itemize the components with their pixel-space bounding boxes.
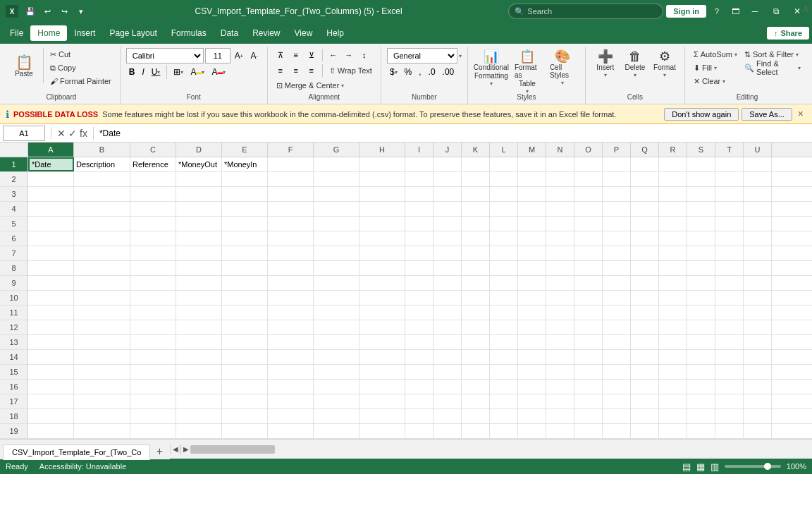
cell-s16[interactable] xyxy=(687,380,715,394)
cell-u13[interactable] xyxy=(744,335,772,349)
row-number[interactable]: 14 xyxy=(0,350,28,364)
autosum-dropdown-icon[interactable]: ▾ xyxy=(734,52,737,58)
cell-l8[interactable] xyxy=(490,261,518,275)
cell-o1[interactable] xyxy=(574,157,603,171)
cell-o10[interactable] xyxy=(574,291,603,305)
cell-o2[interactable] xyxy=(574,172,603,186)
cell-j13[interactable] xyxy=(433,335,462,349)
insert-function-icon[interactable]: fx xyxy=(80,128,87,139)
cell-t13[interactable] xyxy=(715,335,744,349)
cell-p19[interactable] xyxy=(603,424,631,438)
cell-p5[interactable] xyxy=(603,217,631,231)
cell-t7[interactable] xyxy=(715,246,744,260)
cell-m14[interactable] xyxy=(518,350,546,364)
dont-show-btn[interactable]: Don't show again xyxy=(664,108,739,121)
cell-p3[interactable] xyxy=(603,187,631,201)
cell-m7[interactable] xyxy=(518,246,546,260)
cell-c14[interactable] xyxy=(130,350,176,364)
cell-g6[interactable] xyxy=(314,231,359,246)
cell-styles-btn[interactable]: 🎨 Cell Styles ▾ xyxy=(546,48,579,85)
cell-a17[interactable] xyxy=(28,394,74,409)
undo-quick-btn[interactable]: ↩ xyxy=(39,4,55,19)
cell-b15[interactable] xyxy=(74,365,130,379)
cell-q16[interactable] xyxy=(631,380,659,394)
cell-l3[interactable] xyxy=(490,187,518,201)
cell-f12[interactable] xyxy=(268,320,314,334)
autosum-btn[interactable]: Σ AutoSum ▾ xyxy=(691,48,740,61)
cell-r7[interactable] xyxy=(659,246,687,260)
percent-btn[interactable]: % xyxy=(402,65,415,79)
cell-t9[interactable] xyxy=(715,276,744,290)
cell-r18[interactable] xyxy=(659,409,687,423)
cell-n16[interactable] xyxy=(546,380,574,394)
cell-m19[interactable] xyxy=(518,424,546,438)
cell-i10[interactable] xyxy=(405,291,433,305)
cell-t2[interactable] xyxy=(715,172,744,186)
cell-f14[interactable] xyxy=(268,350,314,364)
menu-data[interactable]: Data xyxy=(214,25,245,41)
cell-g17[interactable] xyxy=(314,394,359,409)
cell-f8[interactable] xyxy=(268,261,314,275)
menu-insert[interactable]: Insert xyxy=(67,25,102,41)
cell-h11[interactable] xyxy=(359,306,405,320)
align-bottom-btn[interactable]: ⊻ xyxy=(304,48,319,62)
cell-f2[interactable] xyxy=(268,172,314,186)
cell-f4[interactable] xyxy=(268,202,314,216)
col-header-L[interactable]: L xyxy=(490,143,518,157)
cell-i19[interactable] xyxy=(405,424,433,438)
sheet-tab-active[interactable]: CSV_Import_Template_For_(Two_Co xyxy=(3,445,150,460)
cell-l1[interactable] xyxy=(490,157,518,171)
cell-u12[interactable] xyxy=(744,320,772,334)
cell-u14[interactable] xyxy=(744,350,772,364)
cell-l10[interactable] xyxy=(490,291,518,305)
insert-dropdown-icon[interactable]: ▾ xyxy=(604,72,607,78)
font-color-button[interactable]: A ▬ ▾ xyxy=(209,65,228,79)
cell-h13[interactable] xyxy=(359,335,405,349)
cell-l19[interactable] xyxy=(490,424,518,438)
cell-m11[interactable] xyxy=(518,306,546,320)
col-header-T[interactable]: T xyxy=(715,143,744,157)
cell-o3[interactable] xyxy=(574,187,603,201)
ribbon-display-btn[interactable]: 🗖 xyxy=(727,4,743,19)
cell-b3[interactable] xyxy=(74,187,130,201)
cell-e10[interactable] xyxy=(222,291,268,305)
zoom-slider[interactable] xyxy=(725,465,781,468)
cell-i18[interactable] xyxy=(405,409,433,423)
col-header-M[interactable]: M xyxy=(518,143,546,157)
cell-c5[interactable] xyxy=(130,217,176,231)
cell-q6[interactable] xyxy=(631,231,659,246)
cell-e13[interactable] xyxy=(222,335,268,349)
cell-p4[interactable] xyxy=(603,202,631,216)
cell-d11[interactable] xyxy=(176,306,222,320)
menu-page-layout[interactable]: Page Layout xyxy=(102,25,164,41)
cell-s9[interactable] xyxy=(687,276,715,290)
col-header-O[interactable]: O xyxy=(574,143,603,157)
cell-k7[interactable] xyxy=(462,246,490,260)
sort-dropdown-icon[interactable]: ▾ xyxy=(796,52,799,58)
col-header-J[interactable]: J xyxy=(433,143,462,157)
cell-i5[interactable] xyxy=(405,217,433,231)
cell-r8[interactable] xyxy=(659,261,687,275)
fill-dropdown-icon[interactable]: ▾ xyxy=(714,65,717,71)
format-painter-button[interactable]: 🖌 Format Painter xyxy=(47,75,114,87)
wrap-text-btn[interactable]: ⇧ Wrap Text xyxy=(326,64,375,77)
cell-b18[interactable] xyxy=(74,409,130,423)
cell-o11[interactable] xyxy=(574,306,603,320)
cell-b16[interactable] xyxy=(74,380,130,394)
cell-h3[interactable] xyxy=(359,187,405,201)
cell-u11[interactable] xyxy=(744,306,772,320)
cell-t19[interactable] xyxy=(715,424,744,438)
cell-l4[interactable] xyxy=(490,202,518,216)
cell-h7[interactable] xyxy=(359,246,405,260)
cell-k6[interactable] xyxy=(462,231,490,246)
normal-view-btn[interactable]: ▤ xyxy=(682,461,691,472)
col-header-P[interactable]: P xyxy=(603,143,631,157)
cell-s10[interactable] xyxy=(687,291,715,305)
cell-n15[interactable] xyxy=(546,365,574,379)
cell-r3[interactable] xyxy=(659,187,687,201)
cell-i4[interactable] xyxy=(405,202,433,216)
cell-f1[interactable] xyxy=(268,157,314,171)
cell-h19[interactable] xyxy=(359,424,405,438)
font-family-select[interactable]: Calibri xyxy=(126,48,204,64)
cell-n1[interactable] xyxy=(546,157,574,171)
